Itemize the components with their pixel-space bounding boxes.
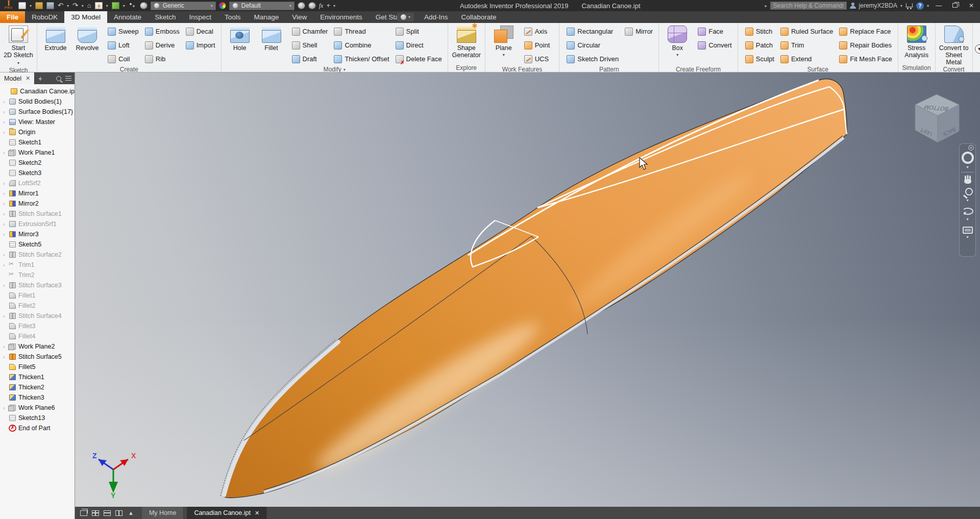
expand-arrow-icon[interactable] <box>2 211 7 217</box>
ribbon-tab[interactable]: Sketch <box>148 11 182 23</box>
search-collapse-icon[interactable]: ▸ <box>765 4 767 8</box>
expand-arrow-icon[interactable] <box>2 119 7 125</box>
hole-button[interactable]: Hole <box>224 24 256 52</box>
new-file-icon[interactable] <box>18 2 26 9</box>
panel-label-modify[interactable]: Modify▾ <box>222 66 448 73</box>
inventor-logo-icon[interactable]: I PRO <box>2 2 15 10</box>
ribbon-small-button[interactable]: Axis <box>521 24 557 38</box>
tree-item[interactable]: View: Master <box>0 117 75 127</box>
tree-item[interactable]: End of Part <box>0 423 75 433</box>
ribbon-small-button[interactable]: Rectangular <box>564 24 622 38</box>
undo-dropdown-icon[interactable]: ▾ <box>67 4 69 8</box>
freeform-box-button[interactable]: Box ▾ <box>662 24 693 59</box>
tree-item[interactable]: LoftSrf2 <box>0 178 75 188</box>
undo-icon[interactable]: ↶ <box>58 2 63 9</box>
navigation-wheel-icon[interactable] <box>962 152 974 164</box>
save-icon[interactable] <box>46 2 54 9</box>
material-cube-dropdown-icon[interactable]: ▾ <box>123 4 125 8</box>
open-file-icon[interactable] <box>35 2 43 9</box>
ribbon-small-button[interactable]: Split <box>393 24 445 38</box>
ribbon-small-button[interactable]: Rib <box>142 52 183 66</box>
tree-item[interactable]: Mirror2 <box>0 199 75 209</box>
document-tab[interactable]: My Home ✕ <box>142 507 184 519</box>
home-icon[interactable]: ⌂ <box>87 2 91 9</box>
ribbon-tab[interactable]: File <box>0 11 25 23</box>
tree-item[interactable]: Stitch Surface4 <box>0 311 75 321</box>
expand-arrow-icon[interactable] <box>2 150 7 156</box>
vertical-tile-icon[interactable] <box>115 510 122 516</box>
tree-item[interactable]: Thicken1 <box>0 372 75 382</box>
tree-item[interactable]: Canadian Canoe.ipt <box>0 86 75 96</box>
ribbon-tab[interactable]: Collaborate <box>454 11 503 23</box>
fillet-button[interactable]: Fillet <box>256 24 287 52</box>
tree-item[interactable]: Work Plane6 <box>0 403 75 413</box>
ribbon-display-toggle[interactable]: ▾ <box>397 13 414 21</box>
search-input[interactable] <box>770 2 847 10</box>
ribbon-small-button[interactable]: Sketch Driven <box>564 52 622 66</box>
expand-arrow-icon[interactable] <box>2 344 7 350</box>
expand-arrow-icon[interactable] <box>2 99 7 105</box>
browser-search-icon[interactable] <box>56 76 61 81</box>
expand-arrow-icon[interactable] <box>2 262 7 268</box>
new-file-dropdown-icon[interactable]: ▾ <box>30 4 32 8</box>
material-cube-icon[interactable] <box>112 2 119 9</box>
ribbon-small-button[interactable]: Extend <box>777 52 836 66</box>
extrude-button[interactable]: Extrude <box>40 24 71 52</box>
look-at-icon[interactable] <box>963 227 973 234</box>
appearance-sphere-icon[interactable] <box>140 2 148 9</box>
expand-arrow-icon[interactable] <box>2 354 7 360</box>
tree-item[interactable]: Solid Bodies(1) <box>0 96 75 107</box>
tree-item[interactable]: Sketch1 <box>0 137 75 147</box>
tree-item[interactable]: Trim2 <box>0 270 75 280</box>
expand-arrow-icon[interactable] <box>2 252 7 258</box>
ribbon-small-button[interactable]: Chamfer <box>289 24 331 38</box>
convert-to-sheet-metal-button[interactable]: Convert to Sheet Metal <box>938 24 970 66</box>
expand-arrow-icon[interactable] <box>2 109 7 115</box>
ribbon-tab[interactable]: Tools <box>218 11 248 23</box>
ribbon-small-button[interactable]: Stitch <box>742 24 777 38</box>
zoom-icon[interactable] <box>963 188 973 197</box>
tree-item[interactable]: Fillet2 <box>0 301 75 311</box>
document-tab-close-icon[interactable]: ✕ <box>255 510 259 516</box>
appearance-select[interactable]: Default ▾ <box>229 2 295 10</box>
orbit-icon[interactable] <box>962 207 973 216</box>
ribbon-tab[interactable]: Inspect <box>182 11 218 23</box>
tree-item[interactable]: Stitch Surface3 <box>0 280 75 290</box>
ribbon-tab[interactable]: 3D Model <box>64 11 107 23</box>
tree-item[interactable]: Stitch Surface1 <box>0 209 75 219</box>
minimize-button[interactable]: — <box>932 2 945 9</box>
navbar-options-icon[interactable]: ▾ <box>966 235 968 239</box>
tree-item[interactable]: Stitch Surface5 <box>0 352 75 362</box>
stress-analysis-button[interactable]: Stress Analysis <box>901 24 933 59</box>
ribbon-small-button[interactable]: UCS <box>521 52 557 66</box>
ribbon-small-button[interactable]: Derive <box>142 38 183 52</box>
ribbon-tab[interactable]: Environments <box>313 11 369 23</box>
browser-add-tab-button[interactable]: + <box>34 72 45 84</box>
orbit-dropdown-icon[interactable]: ▾ <box>966 217 968 221</box>
store-cart-icon[interactable] <box>905 3 913 9</box>
ribbon-small-button[interactable]: Circular <box>564 38 622 52</box>
ribbon-small-button[interactable]: Sculpt <box>742 52 777 66</box>
expand-arrow-icon[interactable] <box>2 313 7 319</box>
clear-appearance-icon[interactable] <box>308 2 316 9</box>
toolbar-overflow-icon[interactable]: ▾ <box>333 4 335 8</box>
adjust-appearance-icon[interactable] <box>298 2 305 9</box>
ribbon-small-button[interactable]: Decal <box>183 24 218 38</box>
tree-item[interactable]: Sketch3 <box>0 168 75 178</box>
parameters-fx-icon[interactable]: fx <box>319 2 324 10</box>
ribbon-small-button[interactable]: Sweep <box>105 24 142 38</box>
redo-icon[interactable]: ↷ <box>72 2 78 9</box>
ribbon-small-button[interactable]: Loft <box>105 38 142 52</box>
tree-item[interactable]: Work Plane1 <box>0 147 75 158</box>
tree-item[interactable]: Trim1 <box>0 260 75 270</box>
ribbon-small-button[interactable]: Patch <box>742 38 777 52</box>
ribbon-tab[interactable]: Add-Ins <box>418 11 455 23</box>
tree-item[interactable]: Sketch13 <box>0 413 75 423</box>
help-dropdown-icon[interactable]: ▾ <box>927 4 929 8</box>
ribbon-small-button[interactable]: Ruled Surface <box>777 24 836 38</box>
tree-item[interactable]: Mirror3 <box>0 229 75 239</box>
document-tab[interactable]: Canadian Canoe.ipt ✕ <box>187 507 267 519</box>
viewport[interactable]: BOTTOM LEFT BACK ✕ ▾ ▾ ▾ ▾ <box>75 72 980 519</box>
revolve-button[interactable]: Revolve <box>71 24 103 52</box>
navbar-close-icon[interactable]: ✕ <box>968 145 974 151</box>
